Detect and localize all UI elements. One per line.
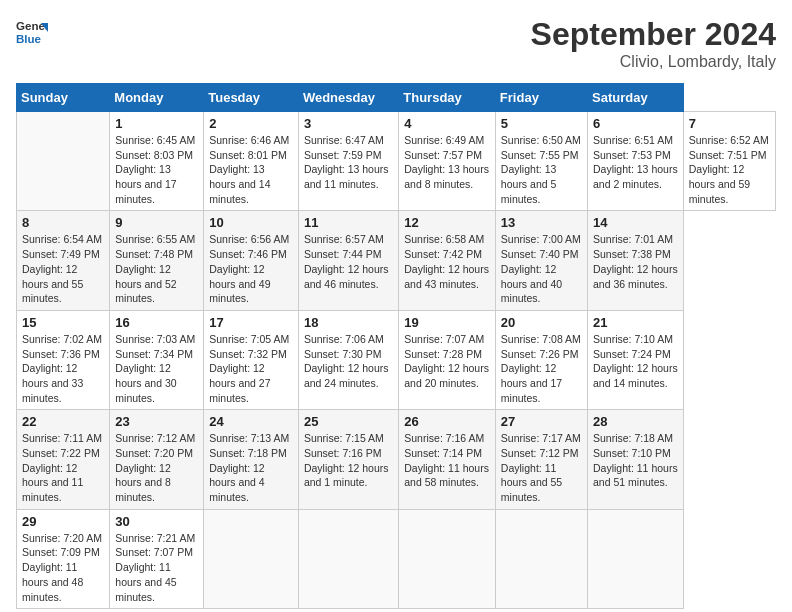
day-info: Sunrise: 6:55 AMSunset: 7:48 PMDaylight:… bbox=[115, 232, 198, 305]
day-number: 11 bbox=[304, 215, 393, 230]
calendar-cell: 1 Sunrise: 6:45 AMSunset: 8:03 PMDayligh… bbox=[110, 112, 204, 211]
day-info: Sunrise: 6:52 AMSunset: 7:51 PMDaylight:… bbox=[689, 133, 770, 206]
calendar-cell bbox=[495, 509, 587, 608]
day-number: 5 bbox=[501, 116, 582, 131]
calendar-cell: 28 Sunrise: 7:18 AMSunset: 7:10 PMDaylig… bbox=[588, 410, 684, 509]
page-header: General Blue September 2024 Clivio, Lomb… bbox=[16, 16, 776, 71]
day-info: Sunrise: 7:10 AMSunset: 7:24 PMDaylight:… bbox=[593, 332, 678, 391]
day-number: 29 bbox=[22, 514, 104, 529]
day-number: 19 bbox=[404, 315, 490, 330]
day-info: Sunrise: 6:47 AMSunset: 7:59 PMDaylight:… bbox=[304, 133, 393, 192]
day-number: 20 bbox=[501, 315, 582, 330]
day-info: Sunrise: 6:57 AMSunset: 7:44 PMDaylight:… bbox=[304, 232, 393, 291]
day-number: 10 bbox=[209, 215, 293, 230]
calendar-cell: 18 Sunrise: 7:06 AMSunset: 7:30 PMDaylig… bbox=[298, 310, 398, 409]
day-header-saturday: Saturday bbox=[588, 84, 684, 112]
day-info: Sunrise: 7:05 AMSunset: 7:32 PMDaylight:… bbox=[209, 332, 293, 405]
day-number: 21 bbox=[593, 315, 678, 330]
day-number: 6 bbox=[593, 116, 678, 131]
day-info: Sunrise: 6:49 AMSunset: 7:57 PMDaylight:… bbox=[404, 133, 490, 192]
calendar-cell: 16 Sunrise: 7:03 AMSunset: 7:34 PMDaylig… bbox=[110, 310, 204, 409]
calendar-cell: 13 Sunrise: 7:00 AMSunset: 7:40 PMDaylig… bbox=[495, 211, 587, 310]
day-number: 3 bbox=[304, 116, 393, 131]
day-number: 12 bbox=[404, 215, 490, 230]
calendar-week-row: 1 Sunrise: 6:45 AMSunset: 8:03 PMDayligh… bbox=[17, 112, 776, 211]
day-info: Sunrise: 7:16 AMSunset: 7:14 PMDaylight:… bbox=[404, 431, 490, 490]
calendar-cell: 20 Sunrise: 7:08 AMSunset: 7:26 PMDaylig… bbox=[495, 310, 587, 409]
day-info: Sunrise: 7:13 AMSunset: 7:18 PMDaylight:… bbox=[209, 431, 293, 504]
day-header-thursday: Thursday bbox=[399, 84, 496, 112]
logo-icon: General Blue bbox=[16, 16, 48, 48]
calendar-cell: 24 Sunrise: 7:13 AMSunset: 7:18 PMDaylig… bbox=[204, 410, 299, 509]
day-number: 30 bbox=[115, 514, 198, 529]
calendar-cell: 2 Sunrise: 6:46 AMSunset: 8:01 PMDayligh… bbox=[204, 112, 299, 211]
calendar-cell: 25 Sunrise: 7:15 AMSunset: 7:16 PMDaylig… bbox=[298, 410, 398, 509]
calendar-cell bbox=[298, 509, 398, 608]
day-number: 27 bbox=[501, 414, 582, 429]
day-number: 1 bbox=[115, 116, 198, 131]
day-number: 23 bbox=[115, 414, 198, 429]
calendar-week-row: 22 Sunrise: 7:11 AMSunset: 7:22 PMDaylig… bbox=[17, 410, 776, 509]
month-title: September 2024 bbox=[531, 16, 776, 53]
day-info: Sunrise: 7:01 AMSunset: 7:38 PMDaylight:… bbox=[593, 232, 678, 291]
calendar-table: SundayMondayTuesdayWednesdayThursdayFrid… bbox=[16, 83, 776, 609]
calendar-cell bbox=[204, 509, 299, 608]
calendar-cell: 14 Sunrise: 7:01 AMSunset: 7:38 PMDaylig… bbox=[588, 211, 684, 310]
calendar-cell: 4 Sunrise: 6:49 AMSunset: 7:57 PMDayligh… bbox=[399, 112, 496, 211]
day-number: 13 bbox=[501, 215, 582, 230]
calendar-cell: 29 Sunrise: 7:20 AMSunset: 7:09 PMDaylig… bbox=[17, 509, 110, 608]
calendar-cell: 26 Sunrise: 7:16 AMSunset: 7:14 PMDaylig… bbox=[399, 410, 496, 509]
day-info: Sunrise: 6:46 AMSunset: 8:01 PMDaylight:… bbox=[209, 133, 293, 206]
calendar-cell: 10 Sunrise: 6:56 AMSunset: 7:46 PMDaylig… bbox=[204, 211, 299, 310]
calendar-cell: 21 Sunrise: 7:10 AMSunset: 7:24 PMDaylig… bbox=[588, 310, 684, 409]
day-info: Sunrise: 7:06 AMSunset: 7:30 PMDaylight:… bbox=[304, 332, 393, 391]
calendar-cell: 8 Sunrise: 6:54 AMSunset: 7:49 PMDayligh… bbox=[17, 211, 110, 310]
day-header-monday: Monday bbox=[110, 84, 204, 112]
day-info: Sunrise: 6:58 AMSunset: 7:42 PMDaylight:… bbox=[404, 232, 490, 291]
day-info: Sunrise: 6:56 AMSunset: 7:46 PMDaylight:… bbox=[209, 232, 293, 305]
day-info: Sunrise: 6:50 AMSunset: 7:55 PMDaylight:… bbox=[501, 133, 582, 206]
day-number: 7 bbox=[689, 116, 770, 131]
day-info: Sunrise: 7:02 AMSunset: 7:36 PMDaylight:… bbox=[22, 332, 104, 405]
day-info: Sunrise: 6:54 AMSunset: 7:49 PMDaylight:… bbox=[22, 232, 104, 305]
calendar-cell: 23 Sunrise: 7:12 AMSunset: 7:20 PMDaylig… bbox=[110, 410, 204, 509]
day-number: 26 bbox=[404, 414, 490, 429]
day-info: Sunrise: 7:08 AMSunset: 7:26 PMDaylight:… bbox=[501, 332, 582, 405]
day-info: Sunrise: 7:11 AMSunset: 7:22 PMDaylight:… bbox=[22, 431, 104, 504]
day-number: 8 bbox=[22, 215, 104, 230]
calendar-week-row: 8 Sunrise: 6:54 AMSunset: 7:49 PMDayligh… bbox=[17, 211, 776, 310]
location-title: Clivio, Lombardy, Italy bbox=[531, 53, 776, 71]
day-number: 9 bbox=[115, 215, 198, 230]
calendar-cell bbox=[588, 509, 684, 608]
day-number: 18 bbox=[304, 315, 393, 330]
svg-text:General: General bbox=[16, 20, 48, 32]
day-info: Sunrise: 7:18 AMSunset: 7:10 PMDaylight:… bbox=[593, 431, 678, 490]
day-info: Sunrise: 7:07 AMSunset: 7:28 PMDaylight:… bbox=[404, 332, 490, 391]
logo: General Blue bbox=[16, 16, 48, 48]
day-number: 4 bbox=[404, 116, 490, 131]
day-number: 25 bbox=[304, 414, 393, 429]
calendar-cell: 12 Sunrise: 6:58 AMSunset: 7:42 PMDaylig… bbox=[399, 211, 496, 310]
day-info: Sunrise: 6:45 AMSunset: 8:03 PMDaylight:… bbox=[115, 133, 198, 206]
calendar-cell: 11 Sunrise: 6:57 AMSunset: 7:44 PMDaylig… bbox=[298, 211, 398, 310]
day-header-tuesday: Tuesday bbox=[204, 84, 299, 112]
title-block: September 2024 Clivio, Lombardy, Italy bbox=[531, 16, 776, 71]
day-number: 28 bbox=[593, 414, 678, 429]
calendar-cell: 6 Sunrise: 6:51 AMSunset: 7:53 PMDayligh… bbox=[588, 112, 684, 211]
day-number: 14 bbox=[593, 215, 678, 230]
day-number: 15 bbox=[22, 315, 104, 330]
calendar-cell: 7 Sunrise: 6:52 AMSunset: 7:51 PMDayligh… bbox=[683, 112, 775, 211]
day-number: 22 bbox=[22, 414, 104, 429]
calendar-cell: 3 Sunrise: 6:47 AMSunset: 7:59 PMDayligh… bbox=[298, 112, 398, 211]
day-info: Sunrise: 6:51 AMSunset: 7:53 PMDaylight:… bbox=[593, 133, 678, 192]
day-number: 17 bbox=[209, 315, 293, 330]
day-header-sunday: Sunday bbox=[17, 84, 110, 112]
calendar-week-row: 29 Sunrise: 7:20 AMSunset: 7:09 PMDaylig… bbox=[17, 509, 776, 608]
day-header-friday: Friday bbox=[495, 84, 587, 112]
calendar-cell: 22 Sunrise: 7:11 AMSunset: 7:22 PMDaylig… bbox=[17, 410, 110, 509]
day-info: Sunrise: 7:03 AMSunset: 7:34 PMDaylight:… bbox=[115, 332, 198, 405]
day-number: 2 bbox=[209, 116, 293, 131]
calendar-cell: 30 Sunrise: 7:21 AMSunset: 7:07 PMDaylig… bbox=[110, 509, 204, 608]
calendar-header-row: SundayMondayTuesdayWednesdayThursdayFrid… bbox=[17, 84, 776, 112]
day-info: Sunrise: 7:00 AMSunset: 7:40 PMDaylight:… bbox=[501, 232, 582, 305]
